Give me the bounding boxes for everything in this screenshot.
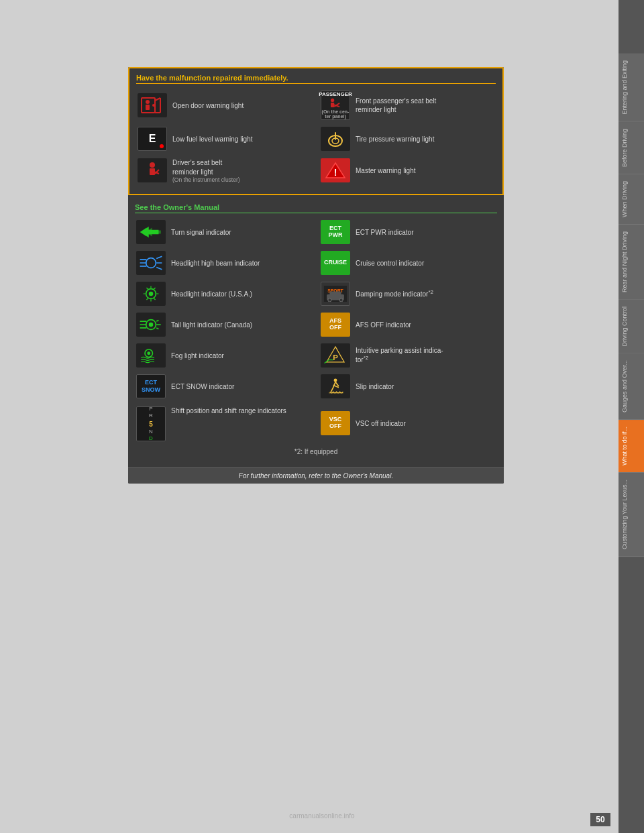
list-item: Tire pressure warning light: [319, 124, 496, 154]
taillight-canada-icon: [136, 313, 166, 337]
svg-rect-39: [329, 292, 341, 296]
list-item: ECTPWR ECT PWR indicator: [319, 217, 497, 247]
svg-point-7: [331, 99, 334, 102]
svg-point-40: [328, 298, 331, 302]
passenger-seatbelt-label: Front passenger's seat beltreminder ligh…: [356, 97, 436, 114]
svg-line-23: [156, 256, 162, 258]
sidebar-tab-rear-night[interactable]: Rear and Night Driving: [619, 225, 644, 300]
slip-indicator-icon: [321, 374, 350, 398]
list-item: ! Master warning light: [319, 155, 496, 186]
svg-line-32: [146, 298, 148, 300]
svg-point-5: [146, 100, 150, 104]
slip-label: Slip indicator: [356, 382, 394, 391]
list-item: ECT SNOW ECT SNOW indicator: [135, 372, 313, 401]
parking-assist-label: Intuitive parking assist indica-tor*2: [356, 346, 443, 364]
sidebar-tab-what-to-do[interactable]: What to do if...: [619, 420, 644, 473]
cruise-label: Cruise control indicator: [356, 259, 424, 268]
shift-position-icon: P R 5 N D: [136, 406, 166, 441]
driver-seatbelt-note: (On the instrument cluster): [172, 176, 240, 183]
turn-signal-label: Turn signal indicator: [171, 228, 231, 237]
damping-mode-label: Damping mode indicator*2: [356, 289, 433, 298]
right-sidebar: Entering and Exiting Before Driving When…: [619, 0, 644, 833]
low-fuel-icon: E: [138, 127, 167, 151]
tire-pressure-icon: [321, 127, 350, 151]
list-item: Headlight high beam indicator: [135, 248, 313, 278]
svg-point-35: [149, 292, 154, 296]
list-item: P Intuitive parking assist indica-tor*2: [319, 341, 497, 370]
sidebar-tab-customizing[interactable]: Customizing Your Lexus...: [619, 473, 644, 557]
svg-point-41: [339, 298, 343, 302]
driver-seatbelt-icon: [138, 158, 167, 182]
svg-line-28: [154, 288, 155, 289]
svg-point-11: [335, 139, 336, 140]
page-number: 50: [590, 813, 610, 826]
svg-line-47: [156, 320, 158, 321]
open-door-icon: [138, 93, 167, 117]
sidebar-tab-gauges[interactable]: Gauges and Over...: [619, 353, 644, 420]
warning-section: Have the malfunction repaired immediatel…: [128, 67, 504, 195]
warning-grid: Open door warning light PASSENGER: [136, 88, 496, 186]
svg-text:!: !: [334, 167, 337, 178]
svg-line-30: [154, 298, 155, 300]
list-item: SPORT Damping mode indicator*2: [319, 279, 497, 309]
footnote: *2: If equipped: [135, 444, 497, 459]
list-item: Turn signal indicator: [135, 217, 313, 247]
svg-line-49: [156, 328, 158, 329]
sport-icon: SPORT: [321, 282, 350, 306]
cruise-icon: CRUISE: [321, 251, 350, 275]
fog-light-label: Fog light indicator: [171, 351, 224, 360]
master-warning-label: Master warning light: [356, 166, 415, 175]
svg-point-12: [150, 162, 155, 168]
tire-pressure-label: Tire pressure warning light: [356, 135, 434, 144]
ect-pwr-icon: ECTPWR: [321, 220, 350, 244]
sidebar-tab-driving-control[interactable]: Driving Control: [619, 300, 644, 354]
svg-point-53: [334, 379, 337, 382]
sidebar-tab-when-driving[interactable]: When Driving: [619, 174, 644, 225]
headlight-highbeam-icon: [136, 251, 166, 275]
page-wrapper: Have the malfunction repaired immediatel…: [0, 0, 644, 833]
manual-section: See the Owner's Manual: [128, 198, 504, 467]
headlight-usa-icon: [136, 282, 166, 306]
list-item: PASSENGER (On the cen-ter panel) Front p…: [319, 88, 496, 123]
afs-off-icon: AFSOFF: [321, 313, 350, 337]
open-door-label: Open door warning light: [172, 101, 244, 110]
list-item: P R 5 N D Shift position and shift range…: [135, 402, 313, 444]
turn-signal-icon: [136, 220, 166, 244]
ect-pwr-label: ECT PWR indicator: [356, 228, 414, 237]
svg-line-25: [156, 268, 162, 270]
headlight-highbeam-label: Headlight high beam indicator: [171, 259, 260, 268]
vsc-off-icon: VSCOFF: [321, 411, 350, 435]
master-warning-icon: !: [321, 158, 350, 182]
list-item: AFSOFF AFS OFF indicator: [319, 310, 497, 339]
manual-title: See the Owner's Manual: [135, 203, 497, 213]
card: Have the malfunction repaired immediatel…: [128, 67, 504, 484]
list-item: Tail light indicator (Canada): [135, 310, 313, 339]
low-fuel-label: Low fuel level warning light: [172, 135, 253, 144]
manual-grid: Turn signal indicator ECTPWR ECT PWR ind…: [135, 217, 497, 444]
list-item: CRUISE Cruise control indicator: [319, 248, 497, 278]
warning-title: Have the malfunction repaired immediatel…: [136, 74, 496, 84]
svg-rect-6: [146, 105, 150, 110]
ect-snow-icon: ECT SNOW: [136, 374, 166, 398]
svg-point-22: [146, 258, 156, 268]
fog-light-icon: [136, 343, 166, 368]
headlight-usa-label: Headlight indicator (U.S.A.): [171, 290, 252, 298]
taillight-canada-label: Tail light indicator (Canada): [171, 321, 252, 329]
sidebar-tab-entering[interactable]: Entering and Exiting: [619, 54, 644, 122]
svg-point-46: [149, 323, 154, 327]
main-content: Have the malfunction repaired immediatel…: [0, 0, 619, 833]
driver-seatbelt-label: Driver's seat beltreminder light: [172, 159, 222, 176]
sidebar-tab-before-driving[interactable]: Before Driving: [619, 122, 644, 174]
parking-assist-icon: P: [321, 343, 350, 368]
svg-text:P: P: [333, 353, 338, 362]
afs-off-label: AFS OFF indicator: [356, 321, 411, 329]
list-item: Open door warning light: [136, 88, 313, 123]
list-item: E Low fuel level warning light: [136, 124, 313, 154]
passenger-seatbelt-icon: PASSENGER (On the cen-ter panel): [321, 91, 350, 120]
shift-label: Shift position and shift range indicator…: [171, 406, 286, 415]
svg-point-4: [152, 104, 155, 107]
svg-line-1: [155, 98, 160, 101]
watermark: carmanualsonline.info: [289, 812, 354, 820]
list-item: Headlight indicator (U.S.A.): [135, 279, 313, 309]
bottom-bar: For further information, refer to the Ow…: [128, 467, 504, 484]
